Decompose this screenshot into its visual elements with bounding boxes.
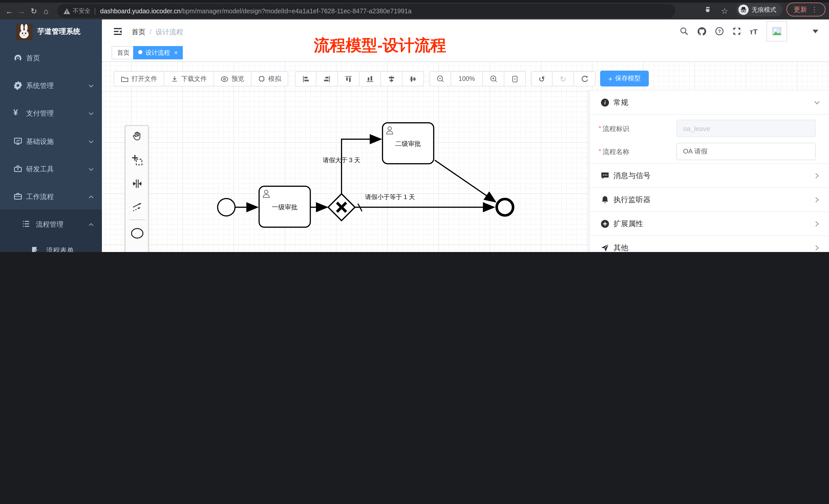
process-key-input[interactable] (676, 120, 816, 137)
align-vertical-center-button[interactable] (381, 71, 402, 86)
sidebar-item-payment[interactable]: ¥ 支付管理 (0, 100, 102, 126)
browser-reload-icon[interactable]: ↻ (28, 3, 40, 20)
section-extension-attrs[interactable]: 扩展属性 (589, 212, 829, 236)
exclusive-gateway-node[interactable] (328, 194, 355, 221)
required-asterisk: * (599, 147, 601, 155)
search-icon[interactable] (680, 27, 689, 36)
close-icon[interactable]: × (174, 49, 178, 56)
browser-update-button[interactable]: 更新 ⋮ (787, 3, 825, 16)
lasso-tool-icon[interactable] (130, 153, 145, 168)
flow-condition-label: 请假小于等于 1 天 (365, 193, 415, 202)
browser-forward-icon[interactable]: → (15, 3, 28, 20)
fullscreen-icon[interactable] (732, 27, 742, 36)
undo-button[interactable]: ↺ (531, 71, 552, 86)
align-horizontal-center-button[interactable] (402, 71, 424, 86)
bookmark-star-icon[interactable]: ☆ (718, 3, 731, 20)
breadcrumb: 首页/设计流程 (132, 27, 183, 37)
section-execution-listener[interactable]: 执行监听器 (589, 188, 829, 212)
tab-home[interactable]: 首页 (112, 46, 135, 60)
page-header: 首页/设计流程 ? тT (102, 20, 829, 43)
app-logo (16, 24, 33, 40)
open-file-button[interactable]: 打开文件 (114, 71, 165, 86)
breadcrumb-home[interactable]: 首页 (132, 28, 145, 36)
browser-menu-icon[interactable]: ⋮ (811, 7, 818, 12)
chevron-right-icon (814, 196, 820, 203)
section-message-signal[interactable]: 消息与信号 (589, 164, 829, 188)
align-top-button[interactable] (338, 71, 359, 86)
screen: ← → ↻ ⌂ 不安全 dashboard.yudao.iocoder.cn/b… (0, 0, 829, 252)
tab-design[interactable]: 设计流程× (133, 46, 183, 60)
zoom-level[interactable]: 100% (451, 71, 483, 86)
help-icon[interactable]: ? (715, 27, 725, 36)
intermediate-event-icon[interactable] (130, 250, 145, 252)
download-file-button[interactable]: 下载文件 (165, 71, 214, 86)
browser-back-icon[interactable]: ← (3, 3, 15, 20)
chip-icon (258, 75, 265, 82)
chevron-down-icon (814, 99, 820, 106)
browser-home-icon[interactable]: ⌂ (40, 3, 52, 20)
zoom-out-button[interactable] (430, 71, 451, 86)
tab-label: 设计流程 (145, 49, 170, 56)
flow-gateway-to-task2[interactable] (341, 139, 381, 194)
download-icon (171, 75, 178, 82)
zoom-in-button[interactable] (483, 71, 504, 86)
start-event-node[interactable] (218, 198, 235, 216)
section-other[interactable]: 其他 (589, 236, 829, 252)
restart-button[interactable] (574, 71, 596, 86)
flow-task2-to-end[interactable] (435, 160, 495, 202)
plus-circle-icon (601, 220, 609, 228)
plus-icon: + (608, 74, 612, 83)
process-name-field: * 流程名称 (589, 143, 829, 160)
security-chip[interactable]: 不安全 (64, 7, 91, 15)
redo-button[interactable]: ↻ (552, 71, 574, 86)
chevron-down-icon (88, 167, 94, 172)
sidebar-item-label: 流程管理 (36, 220, 64, 229)
global-connect-tool-icon[interactable] (130, 200, 145, 215)
sidebar-item-infra[interactable]: 基础设施 (0, 128, 102, 154)
active-dot-icon (138, 50, 142, 54)
sidebar-item-process-mgmt[interactable]: 流程管理 (0, 211, 102, 237)
hand-tool-icon[interactable] (130, 128, 145, 144)
flow-condition-label: 请假大于 3 天 (311, 156, 372, 165)
sidebar-item-system[interactable]: 系统管理 (0, 73, 102, 98)
sidebar-item-process-form[interactable]: 流程表单 (0, 237, 102, 252)
avatar[interactable] (766, 21, 787, 41)
incognito-badge: 无痕模式 (736, 3, 783, 16)
sidebar-collapse-icon[interactable] (113, 27, 122, 36)
github-icon[interactable] (697, 27, 707, 36)
security-label: 不安全 (73, 7, 91, 15)
field-label: 流程名称 (603, 147, 671, 157)
folder-icon (121, 75, 129, 82)
address-bar[interactable]: 不安全 dashboard.yudao.iocoder.cn/bpm/manag… (57, 4, 675, 18)
sidebar-item-home[interactable]: 首页 (0, 45, 102, 71)
app-logo-row[interactable]: 芋道管理系统 (0, 20, 102, 45)
view-tabs: 首页 设计流程× (102, 43, 829, 62)
zoom-reset-button[interactable] (504, 71, 526, 86)
gear-icon (13, 81, 23, 90)
file-toolbar-group: 打开文件 下载文件 预览 模拟 (114, 71, 288, 86)
font-size-icon[interactable]: тT (750, 28, 759, 37)
caret-down-icon[interactable] (813, 30, 818, 34)
end-event-node[interactable] (497, 199, 513, 216)
svg-text:i: i (604, 100, 606, 105)
sidebar-item-devtools[interactable]: 研发工具 (0, 156, 102, 182)
align-left-button[interactable] (295, 71, 317, 86)
history-toolbar-group: ↺ ↻ (531, 71, 596, 86)
simulate-button[interactable]: 模拟 (251, 71, 288, 86)
list-tree-icon (22, 220, 31, 229)
sidebar-item-label: 支付管理 (26, 109, 54, 118)
sidebar-item-workflow[interactable]: 工作流程 (0, 184, 102, 209)
align-right-button[interactable] (317, 71, 338, 86)
warning-icon (64, 8, 70, 14)
process-name-input[interactable] (676, 143, 816, 160)
start-event-icon[interactable] (130, 226, 145, 241)
sidebar-item-label: 研发工具 (26, 165, 54, 174)
section-general[interactable]: i 常规 (589, 90, 829, 115)
key-icon[interactable] (702, 5, 712, 14)
align-bottom-button[interactable] (359, 71, 381, 86)
info-icon: i (601, 98, 609, 107)
broken-image-icon (772, 26, 782, 36)
space-tool-icon[interactable] (130, 176, 145, 191)
save-model-button[interactable]: + 保存模型 (600, 71, 649, 86)
preview-button[interactable]: 预览 (214, 71, 251, 86)
